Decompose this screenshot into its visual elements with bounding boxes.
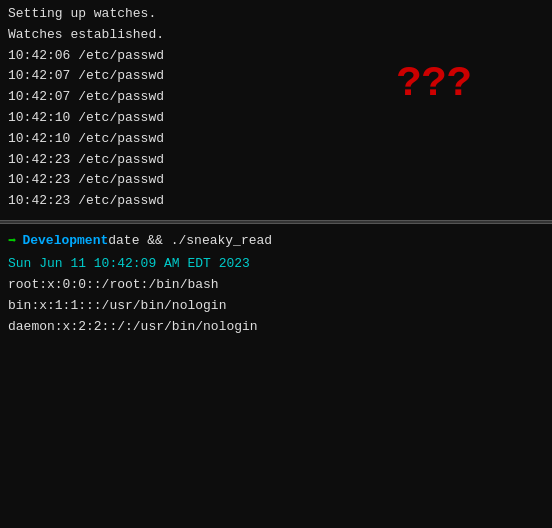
line-6: 10:42:23 /etc/passwd <box>8 150 544 171</box>
prompt-arrow: ➡ <box>8 230 16 252</box>
top-pane: Setting up watches. Watches established.… <box>0 0 552 220</box>
bottom-pane: ➡ Development date && ./sneaky_read Sun … <box>0 224 552 528</box>
question-marks: ??? <box>396 60 472 108</box>
output-daemon: daemon:x:2:2::/:/usr/bin/nologin <box>8 317 544 338</box>
command-text: date && ./sneaky_read <box>108 231 272 252</box>
terminal-window: Setting up watches. Watches established.… <box>0 0 552 528</box>
line-5: 10:42:10 /etc/passwd <box>8 129 544 150</box>
directory-name: Development <box>22 231 108 252</box>
prompt-line: ➡ Development date && ./sneaky_read <box>8 230 544 252</box>
line-7: 10:42:23 /etc/passwd <box>8 170 544 191</box>
line-watches: Watches established. <box>8 25 544 46</box>
output-date: Sun Jun 11 10:42:09 AM EDT 2023 <box>8 254 544 275</box>
line-setup: Setting up watches. <box>8 4 544 25</box>
output-root: root:x:0:0::/root:/bin/bash <box>8 275 544 296</box>
line-8: 10:42:23 /etc/passwd <box>8 191 544 212</box>
output-bin: bin:x:1:1:::/usr/bin/nologin <box>8 296 544 317</box>
line-4: 10:42:10 /etc/passwd <box>8 108 544 129</box>
